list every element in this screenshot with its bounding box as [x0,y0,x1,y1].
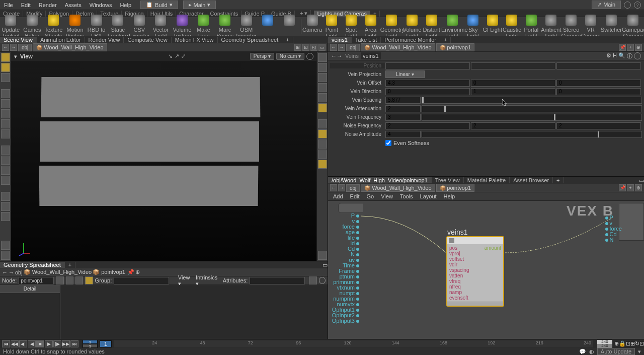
netmenu-add[interactable]: Add [330,193,346,199]
cloud-icon[interactable] [624,2,631,9]
tool-render2[interactable] [1,202,10,211]
gs-type-verts[interactable] [66,276,73,285]
gs-crumb-vop[interactable]: 📦 pointvop1 [93,269,125,275]
tab-scene-view[interactable]: Scene View [0,37,37,43]
notif-icon[interactable]: ◐ [589,348,594,355]
disp-5[interactable] [318,93,327,102]
veins-node[interactable]: veins1 posamountvprojvoffsetvdirvspacing… [446,236,504,307]
disp-opt[interactable] [318,251,327,260]
node-input[interactable]: vdir [449,262,501,267]
start-frame2[interactable]: 1 [83,344,98,348]
shelf-tool[interactable]: GI Light [483,15,503,39]
shelf-tool[interactable]: Distant Light [422,15,441,39]
tool-scale[interactable] [1,119,10,128]
shelf-tool[interactable]: Portal Light [522,15,541,39]
end-frame2[interactable]: 240 [597,344,612,348]
play-button[interactable]: ▶ [45,340,53,347]
tool-snap2[interactable] [1,156,10,165]
shelf-tool[interactable]: Marc Seams [214,15,236,39]
pnav-fwd[interactable]: → [338,44,345,51]
menu-selector[interactable]: ▸ Main ▾ [183,1,216,9]
param-slider[interactable] [422,131,642,138]
p-link-icon[interactable]: ⊕ [635,44,642,51]
handle-icon2[interactable]: ↗ [175,53,179,60]
params-fwd[interactable]: → [337,53,342,59]
tl-opt6[interactable]: ⊡ [639,340,644,347]
param-slider[interactable] [422,114,642,121]
gs-max-icon[interactable]: ▭ [323,262,328,268]
gear-icon[interactable]: ⚙ [606,52,611,60]
param-field[interactable] [471,80,555,87]
tool-arrow[interactable] [1,89,10,98]
n-link-icon[interactable]: ⊕ [635,184,642,191]
global-input-node[interactable] [338,203,363,213]
shelf-tool[interactable]: Sky Light [463,15,483,39]
tab-geo-spreadsheet[interactable]: Geometry Spreadsheet [0,262,65,268]
ncrumb-vop[interactable]: 📦 pointvop1 [436,184,475,192]
shelf-tool[interactable]: Texture Sheets [43,15,64,39]
shelf-tool[interactable]: Volume Light [403,15,422,39]
p-pin-icon[interactable]: 📌 [619,44,626,51]
tab-take-list[interactable]: Take List [352,37,381,43]
cam-selector[interactable]: No cam ▾ [276,53,304,60]
menu-windows[interactable]: Windows [86,2,116,8]
shelf-tool[interactable]: Stereo Camera [561,15,581,39]
tab-asset-browser[interactable]: Asset Browser [510,177,553,183]
global-port[interactable]: OpInput3 [328,318,359,324]
code-icon[interactable]: H [613,52,617,60]
netmenu-go[interactable]: Go [364,193,377,199]
shelf-tool[interactable]: Static Fracture [107,15,129,39]
netmenu-help[interactable]: Help [441,193,458,199]
param-field[interactable] [385,114,421,121]
help-icon[interactable]: ? [634,2,641,9]
n-new-icon[interactable]: + [627,184,634,191]
gs-type-points[interactable] [56,276,63,285]
tab-render-view[interactable]: Render View [85,37,124,43]
shelf-tool[interactable]: Geometry Light [380,15,403,39]
gs-star-icon[interactable] [309,276,316,285]
crumb-obj[interactable]: obj [18,44,32,51]
search-icon[interactable]: 🔍 [618,52,625,60]
tool-sel3[interactable] [1,73,10,82]
gs-type-prims[interactable] [75,276,83,285]
tab-perf-monitor[interactable]: Performance Monitor [381,37,440,43]
disp-1[interactable] [318,53,327,62]
shelf-tool[interactable]: Vector Field [150,15,172,39]
netmenu-layout[interactable]: Layout [417,193,440,199]
disp-8[interactable] [318,129,327,138]
gs-back[interactable]: ← [2,269,8,275]
netmenu-edit[interactable]: Edit [347,193,363,199]
gs-fwd[interactable]: → [9,269,14,275]
tool-snap3[interactable] [1,166,10,175]
shelf-tool[interactable]: Gamepad Camera [622,15,644,39]
tab-anim-editor[interactable]: Animation Editor [37,37,85,43]
prev-key-button[interactable]: ◀◀ [11,340,19,347]
nnav-back[interactable]: ← [330,184,337,191]
help-vp-icon[interactable] [306,53,313,60]
tl-opt5[interactable]: ↻ [635,340,639,347]
shelf-tool[interactable]: VR Camera [581,15,601,39]
tl-opt4[interactable]: ⊞ [630,340,635,347]
shelf-tool[interactable]: Motion Vectors [64,15,86,39]
gs-crumb-obj[interactable]: obj [15,269,23,275]
vp-icon3[interactable]: ◱ [310,44,317,51]
param-field[interactable] [385,131,421,138]
gs-node-input[interactable] [19,277,54,285]
menu-help[interactable]: Help [116,2,135,8]
tool-inspect2[interactable] [1,251,10,260]
menu-render[interactable]: Render [35,2,61,8]
shelf-tool[interactable]: CSV Exporter [128,15,150,39]
prev-frame-button[interactable]: ◀| [19,340,27,347]
tl-opt2[interactable]: 🔒 [619,340,626,347]
menu-file[interactable]: File [0,2,17,8]
nav-back[interactable]: ← [2,44,9,51]
disp-2[interactable] [318,63,327,72]
tab-veins1[interactable]: veins1 [328,37,352,43]
output-port[interactable]: P [605,215,622,221]
viewport[interactable]: ▾ View ↘ ↗ ⤢ Persp ▾ No cam ▾ [11,52,316,261]
crumb-wood[interactable]: 📦 Wood_Wall_High_Video [33,43,107,51]
gs-link-icon[interactable]: ⊕ [135,269,140,275]
param-field[interactable] [471,122,555,129]
tool-handle[interactable] [1,129,10,138]
tool-select[interactable] [1,53,10,62]
